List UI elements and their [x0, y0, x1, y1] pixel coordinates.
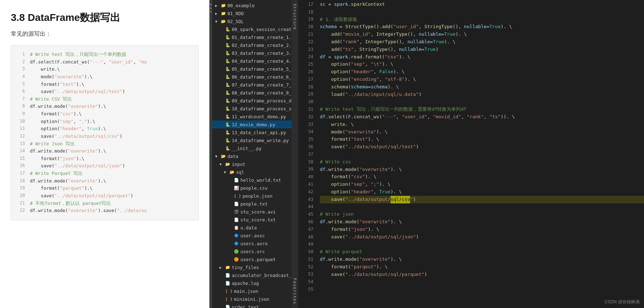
tree-item-py-init[interactable]: 🐍 __init__.py: [212, 144, 292, 152]
tree-label: data: [227, 154, 238, 159]
tree-item-01-rdd[interactable]: ▶ 📁 01_RDD: [212, 9, 292, 17]
editor-line-43: save("../data/output/sql/csv"): [320, 196, 644, 203]
tree-item-stu-score-txt[interactable]: 📄 stu_score.txt: [212, 216, 292, 224]
editor-line-46: df.write.mode("overwrite"). \: [320, 218, 644, 226]
slide-code-line-3: 3 write.\: [15, 66, 195, 73]
code-text-area[interactable]: sc = spark.sparkContext # 1. 读取数据集 schem…: [316, 0, 644, 308]
tree-item-minimini-json[interactable]: { } minimini.json: [212, 295, 292, 303]
tree-item-py-04[interactable]: 🐍 04_dataframe_create_4.py: [212, 57, 292, 65]
tree-item-sql[interactable]: ▼ 📂 sql: [212, 168, 292, 176]
editor-line-25: option("sep", "\t"). \: [320, 61, 644, 68]
tree-item-input[interactable]: ▼ 📂 input: [212, 160, 292, 168]
python-file-icon: 🐍: [225, 43, 230, 48]
json-file-icon: { }: [234, 194, 241, 198]
tree-item-00-example[interactable]: ▶ 📁 00_example: [212, 1, 292, 9]
editor-line-19: # 1. 读取数据集: [320, 16, 644, 23]
slide-code-line-17: 17 # Write Parquet 写出: [15, 170, 195, 177]
folder-icon: 📂: [221, 154, 226, 159]
tree-item-py-13[interactable]: 🐍 13_data_clear_api.py: [212, 128, 292, 136]
tree-item-users-orc[interactable]: 🟢 users.orc: [212, 247, 292, 255]
structure-tab[interactable]: Structure: [292, 0, 298, 34]
tree-label: 01_RDD: [227, 11, 244, 16]
editor-line-47: format("json"). \: [320, 226, 644, 233]
editor-line-42: option("header", True). \: [320, 188, 644, 196]
editor-line-40: format("csv"). \: [320, 173, 644, 181]
tree-item-main-json[interactable]: { } main.json: [212, 287, 292, 295]
tree-item-people-txt[interactable]: 📄 people.txt: [212, 200, 292, 208]
editor-line-24: df = spark.read.format("csv"). \: [320, 53, 644, 61]
tree-item-py-06[interactable]: 🐍 06_dataframe_create_6_json.py: [212, 73, 292, 81]
favorites-tab[interactable]: Favorites: [292, 274, 298, 308]
editor-line-38: # Write csv: [320, 158, 644, 166]
tree-item-py-07[interactable]: 🐍 07_dataframe_create_7_csv.py: [212, 81, 292, 89]
data-file-icon: 📋: [234, 225, 239, 230]
tree-label: order.text: [232, 304, 259, 308]
chevron-down-icon: ▼: [215, 19, 220, 23]
folder-icon: 📂: [230, 170, 235, 175]
editor-line-39: df.write.mode("overwrite"). \: [320, 166, 644, 173]
text-file-icon: 📄: [234, 202, 239, 206]
tree-label: users.parquet: [240, 257, 276, 262]
tree-label: 02_SQL: [227, 19, 244, 24]
tree-item-user-avsc[interactable]: 🔷 user.avsc: [212, 232, 292, 239]
slide-code-line-16: 16 save("../data/output/sql/json"): [15, 162, 195, 170]
avi-file-icon: 🎬: [234, 210, 239, 214]
tree-item-data[interactable]: ▼ 📂 data: [212, 152, 292, 160]
tree-label: 00_spark_session_create.py: [232, 27, 292, 32]
tree-item-py-14[interactable]: 🐍 14_dataframe_write.py: [212, 136, 292, 144]
tree-item-py-01[interactable]: 🐍 01_dataframe_create_1.py: [212, 33, 292, 41]
tree-item-accumulator[interactable]: 📄 accumulator_broadcast_data: [212, 271, 292, 279]
tree-item-py-11[interactable]: 🐍 11_wordcount_demo.py: [212, 113, 292, 120]
tree-label: apache.log: [232, 281, 259, 286]
slide-code-line-12: 12 save("../data/output/sql/csv"): [15, 133, 195, 140]
python-file-icon: 🐍: [225, 35, 230, 40]
tree-label: 02_dataframe_create_2.py: [232, 43, 292, 48]
tree-label: user.avsc: [240, 233, 265, 238]
tree-item-py-00[interactable]: 🐍 00_spark_session_create.py: [212, 25, 292, 33]
tree-item-py-08[interactable]: 🐍 08_dataframe_create_8_parquet.: [212, 89, 292, 97]
tree-item-py-03[interactable]: 🐍 03_dataframe_create_3.py: [212, 49, 292, 57]
tree-item-py-05[interactable]: 🐍 05_dataframe_create_5_text.py: [212, 65, 292, 73]
tree-label: 05_dataframe_create_5_text.py: [232, 66, 292, 72]
tree-item-tiny-files[interactable]: ▶ 📁 tiny_files: [212, 263, 292, 271]
editor-line-45: # Write json: [320, 211, 644, 218]
tree-item-u-data[interactable]: 📋 u.data: [212, 224, 292, 232]
editor-line-21: add("movie_id", IntegerType(), nullable=…: [320, 31, 644, 38]
tree-label: minimini.json: [234, 296, 269, 302]
tree-item-hello-world-txt[interactable]: 📄 hello_world.txt: [212, 176, 292, 184]
python-file-icon: 🐍: [225, 114, 230, 119]
editor-line-23: add("ts", StringType(), nullable=True): [320, 46, 644, 53]
slide-code-line-10: 10 option("sep", ",").\: [15, 118, 195, 126]
editor-line-34: mode("overwrite"). \: [320, 128, 644, 136]
tree-item-stu-score-avi[interactable]: 🎬 stu_score.avi: [212, 208, 292, 216]
editor-line-31: # Write text 写出，只能写出一列的数据，需要将df转换为单列df: [320, 106, 644, 113]
chevron-right-icon: ▶: [219, 265, 225, 269]
tree-item-apache-log[interactable]: 📄 apache.log: [212, 279, 292, 287]
tree-label: accumulator_broadcast_data: [232, 273, 292, 278]
panel-divider: [209, 0, 212, 308]
tree-item-02-sql[interactable]: ▼ 📂 02_SQL: [212, 17, 292, 25]
tree-item-people-csv[interactable]: 📊 people.csv: [212, 184, 292, 192]
tree-item-users-parquet[interactable]: 🟠 users.parquet: [212, 255, 292, 263]
tree-item-py-02[interactable]: 🐍 02_dataframe_create_2.py: [212, 41, 292, 49]
tree-label: u.data: [240, 225, 257, 230]
python-file-icon: 🐍: [225, 91, 230, 95]
chevron-right-icon: ▶: [215, 12, 220, 16]
editor-line-20: schema = StructType().add("user_id", Str…: [320, 23, 644, 31]
slide-code-line-19: 19 format("parquet").\: [15, 185, 195, 192]
tree-label: input: [232, 162, 245, 167]
tree-item-py-10[interactable]: 🐍 10_dataframe_process_sql_hello: [212, 105, 292, 113]
tree-label: 00_example: [227, 3, 254, 8]
slide-code-line-7: 7 # Write CSV 写出: [15, 96, 195, 103]
editor-line-53: save("../data/output/sql/parquet"): [320, 271, 644, 278]
slide-code-line-1: 1 # Write text 写出，只能写出一个单列数据: [15, 51, 195, 58]
tree-item-users-avro[interactable]: 🔷 users.avro: [212, 239, 292, 247]
tree-item-py-12[interactable]: 🐍 12_movie_demo.py: [212, 120, 292, 128]
text-file-icon: 📄: [225, 305, 230, 308]
python-file-icon: 🐍: [225, 27, 230, 32]
tree-item-order-text[interactable]: 📄 order.text: [212, 303, 292, 308]
slide-code-line-4: 4 mode("overwrite").\: [15, 73, 195, 81]
tree-item-py-09[interactable]: 🐍 09_dataframe_process_dsl_hello: [212, 97, 292, 105]
tree-label: people.json: [243, 193, 273, 199]
tree-item-people-json[interactable]: { } people.json: [212, 192, 292, 200]
